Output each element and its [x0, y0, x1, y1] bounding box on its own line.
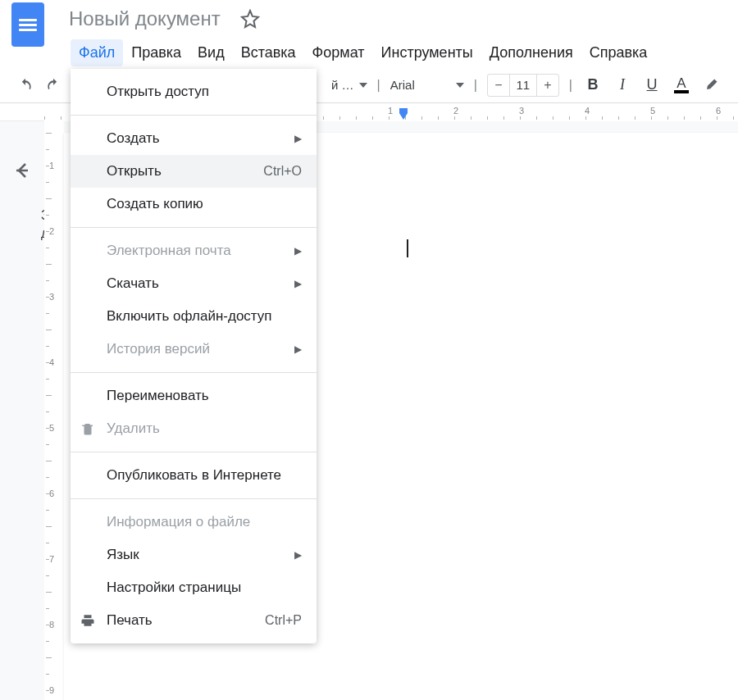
menu-вид[interactable]: Вид	[189, 39, 233, 66]
font-size-stepper: − 11 +	[487, 74, 559, 97]
menu-item-label: Удалить	[107, 420, 160, 437]
back-arrow-button[interactable]	[12, 161, 32, 180]
font-family-value: Arial	[390, 78, 415, 92]
menu-item: Информация о файле	[71, 506, 317, 539]
submenu-arrow-icon: ▶	[294, 278, 302, 289]
menu-item[interactable]: Скачать▶	[71, 267, 317, 300]
menu-item-label: Опубликовать в Интернете	[107, 467, 281, 484]
submenu-arrow-icon: ▶	[294, 133, 302, 144]
underline-button[interactable]: U	[640, 73, 664, 98]
menu-item-label: Информация о файле	[107, 514, 250, 530]
menu-item[interactable]: Язык▶	[71, 539, 317, 571]
star-icon[interactable]	[240, 9, 260, 29]
menu-item-label: История версий	[107, 341, 210, 357]
font-family-dropdown[interactable]: Arial	[384, 73, 471, 98]
menu-item[interactable]: ПечатьCtrl+P	[71, 604, 317, 637]
menu-item-label: Скачать	[107, 275, 159, 292]
menu-item[interactable]: Включить офлайн-доступ	[71, 300, 317, 333]
toolbar-separator: |	[377, 78, 380, 93]
undo-button[interactable]	[11, 71, 39, 99]
menu-item[interactable]: Создать копию	[71, 188, 317, 220]
redo-button[interactable]	[39, 71, 67, 99]
file-menu-dropdown: Открыть доступСоздать▶ОткрытьCtrl+OСозда…	[71, 69, 317, 643]
menu-item[interactable]: Создать▶	[71, 122, 317, 155]
italic-button[interactable]: I	[610, 73, 635, 98]
trash-icon	[80, 421, 95, 436]
menu-item-label: Создать копию	[107, 196, 203, 212]
docs-app-icon[interactable]	[11, 2, 44, 47]
submenu-arrow-icon: ▶	[294, 549, 302, 561]
menu-item: История версий▶	[71, 333, 317, 366]
text-cursor	[407, 239, 408, 257]
menu-item[interactable]: Открыть доступ	[71, 75, 317, 108]
menu-item[interactable]: Опубликовать в Интернете	[71, 459, 317, 492]
menu-shortcut: Ctrl+P	[265, 613, 302, 628]
menu-item[interactable]: Настройки страницы	[71, 571, 317, 604]
menu-вставка[interactable]: Вставка	[233, 39, 304, 66]
paragraph-style-value: й …	[331, 78, 354, 92]
menu-shortcut: Ctrl+O	[263, 164, 302, 179]
font-size-plus-button[interactable]: +	[537, 75, 558, 96]
chevron-down-icon	[359, 83, 367, 88]
paragraph-style-dropdown[interactable]: й …	[325, 73, 374, 98]
menu-item-label: Язык	[107, 547, 139, 563]
menu-item-label: Открыть доступ	[107, 84, 209, 100]
menu-item-label: Создать	[107, 130, 160, 147]
menu-item: Электронная почта▶	[71, 234, 317, 267]
menu-item[interactable]: ОткрытьCtrl+O	[71, 155, 317, 188]
vertical-ruler[interactable]: 123456789	[44, 121, 64, 700]
menu-файл[interactable]: Файл	[71, 39, 123, 66]
menu-item-label: Настройки страницы	[107, 580, 241, 596]
chevron-down-icon	[456, 83, 464, 88]
toolbar-separator: |	[474, 78, 477, 93]
bold-button[interactable]: B	[581, 73, 605, 98]
menu-item[interactable]: Переименовать	[71, 380, 317, 412]
print-icon	[80, 613, 95, 628]
text-color-button[interactable]: A	[669, 73, 694, 98]
document-title[interactable]: Новый документ	[69, 7, 221, 30]
menu-справка[interactable]: Справка	[581, 39, 656, 66]
menu-дополнения[interactable]: Дополнения	[481, 39, 581, 66]
menu-item-label: Печать	[107, 612, 153, 629]
menu-item-label: Электронная почта	[107, 243, 231, 259]
submenu-arrow-icon: ▶	[294, 245, 302, 257]
menu-item: Удалить	[71, 412, 317, 445]
font-size-minus-button[interactable]: −	[488, 75, 509, 96]
menu-формат[interactable]: Формат	[304, 39, 373, 66]
font-size-value[interactable]: 11	[509, 75, 537, 96]
menu-правка[interactable]: Правка	[123, 39, 189, 66]
menu-item-label: Открыть	[107, 163, 162, 180]
menu-инструменты[interactable]: Инструменты	[373, 39, 481, 66]
menu-bar: ФайлПравкаВидВставкаФорматИнструментыДоп…	[0, 38, 738, 67]
submenu-arrow-icon: ▶	[294, 343, 302, 355]
menu-item-label: Включить офлайн-доступ	[107, 308, 272, 325]
toolbar-separator: |	[569, 78, 572, 93]
menu-item-label: Переименовать	[107, 388, 209, 404]
highlight-color-button[interactable]	[699, 73, 723, 98]
